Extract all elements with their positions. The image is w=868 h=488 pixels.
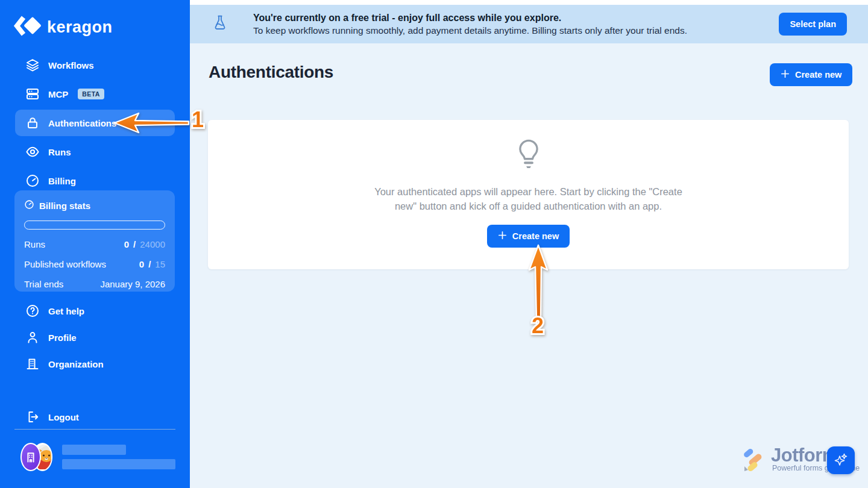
step-1-number: 1	[192, 107, 204, 132]
page-title: Authentications	[209, 63, 333, 82]
step-2-number: 2	[532, 313, 544, 338]
create-new-button-card[interactable]: Create new	[487, 225, 570, 248]
sparkles-icon	[832, 451, 849, 470]
sidebar-item-runs[interactable]: Runs	[15, 139, 175, 165]
runs-progress-bar	[24, 221, 165, 230]
sidebar-item-label: MCP	[48, 89, 68, 99]
published-total: 15	[155, 259, 165, 269]
sidebar-item-label: Get help	[48, 306, 84, 316]
runs-total: 24000	[140, 239, 165, 249]
lock-icon	[25, 116, 40, 130]
billing-row-published: Published workflows 0 / 15	[24, 259, 165, 269]
sidebar-item-mcp[interactable]: MCP BETA	[15, 81, 175, 107]
authentications-empty-card: Your authenticated apps will appear here…	[208, 120, 849, 269]
billing-row-trial: Trial ends January 9, 2026	[24, 279, 165, 289]
building-icon	[25, 357, 40, 371]
logout-icon	[25, 410, 40, 424]
published-label: Published workflows	[24, 259, 106, 269]
top-white-strip	[190, 0, 868, 5]
sidebar-item-profile[interactable]: Profile	[15, 324, 175, 351]
organization-avatar[interactable]	[20, 443, 41, 471]
logo-text: keragon	[47, 18, 113, 37]
runs-used: 0	[124, 239, 129, 249]
banner-title: You're currently on a free trial - enjoy…	[253, 11, 687, 24]
sidebar-item-label: Workflows	[48, 60, 94, 70]
beta-badge: BETA	[78, 89, 104, 99]
sidebar: keragon Workflows MCP BETA	[0, 0, 190, 488]
server-icon	[25, 87, 40, 101]
help-circle-icon	[25, 304, 40, 318]
redacted-user-info	[62, 445, 175, 469]
plus-icon	[498, 231, 507, 242]
trial-banner: You're currently on a free trial - enjoy…	[190, 5, 868, 43]
flask-icon	[212, 14, 228, 34]
lightbulb-icon	[515, 139, 542, 175]
create-new-button-top[interactable]: Create new	[770, 63, 852, 86]
sidebar-item-label: Organization	[48, 359, 104, 369]
sidebar-item-organization[interactable]: Organization	[15, 351, 175, 377]
separator: /	[133, 239, 136, 249]
redacted-email-bar	[62, 459, 175, 469]
create-new-label: Create new	[512, 231, 559, 241]
sidebar-item-workflows[interactable]: Workflows	[15, 52, 175, 78]
user-icon	[25, 330, 40, 345]
sidebar-item-label: Logout	[48, 412, 79, 422]
sidebar-item-label: Billing	[48, 176, 76, 186]
trial-ends-value: January 9, 2026	[100, 279, 165, 289]
trial-ends-label: Trial ends	[24, 279, 63, 289]
sidebar-secondary-nav: Get help Profile Organization	[0, 298, 190, 430]
annotation-step-2: 2	[524, 311, 551, 340]
sidebar-item-get-help[interactable]: Get help	[15, 298, 175, 324]
sidebar-footer	[0, 429, 190, 488]
select-plan-button[interactable]: Select plan	[779, 13, 847, 36]
gauge-small-icon	[24, 199, 34, 211]
eye-icon	[25, 145, 40, 159]
jotform-logo-icon	[742, 446, 766, 476]
published-used: 0	[139, 259, 144, 269]
redacted-name-bar	[62, 445, 126, 455]
sidebar-item-authentications[interactable]: Authentications	[15, 110, 175, 136]
billing-stats-title: Billing stats	[39, 201, 90, 211]
separator: /	[148, 259, 151, 269]
create-new-label: Create new	[795, 70, 841, 80]
billing-stats-card: Billing stats Runs 0 / 24000 Published w…	[14, 190, 175, 292]
plus-icon	[781, 69, 790, 80]
sidebar-item-label: Runs	[48, 147, 71, 157]
gauge-icon	[25, 174, 40, 188]
banner-subtitle: To keep workflows running smoothly, add …	[253, 24, 687, 37]
layers-icon	[25, 58, 40, 72]
runs-label: Runs	[24, 239, 45, 249]
keragon-logo-icon	[13, 14, 41, 40]
sidebar-item-label: Authentications	[48, 118, 116, 128]
sidebar-nav: Workflows MCP BETA Authentications	[0, 52, 190, 196]
jotform-ai-sparkle-button[interactable]	[827, 446, 855, 474]
sidebar-item-label: Profile	[48, 333, 77, 343]
sidebar-item-logout[interactable]: Logout	[15, 404, 175, 430]
billing-row-runs: Runs 0 / 24000	[24, 239, 165, 249]
empty-state-message: Your authenticated apps will appear here…	[369, 184, 688, 213]
keragon-logo[interactable]: keragon	[13, 14, 113, 40]
